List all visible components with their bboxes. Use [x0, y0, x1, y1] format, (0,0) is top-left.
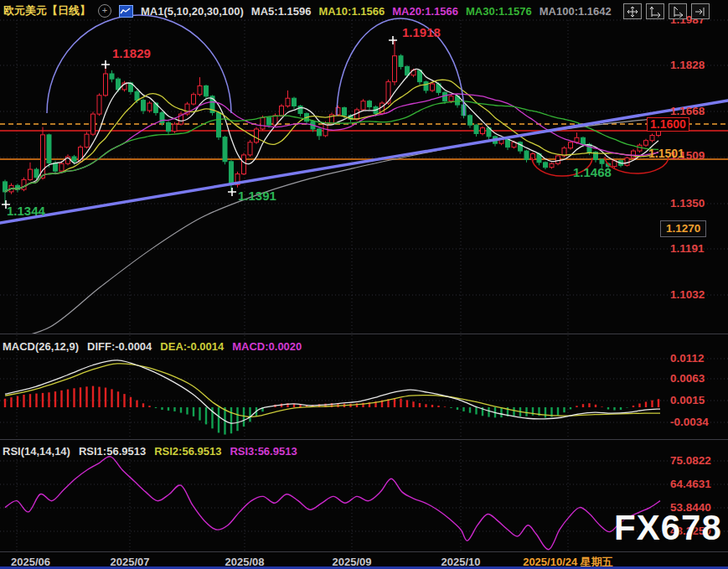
- price-annotation: 1.1344: [7, 204, 45, 217]
- chart-header: 欧元美元【日线】 + MA1(5,10,20,30,100) MA5:1.159…: [3, 3, 612, 19]
- macd-axis-label: 0.0112: [670, 352, 705, 365]
- macd-dea-value: DEA:-0.0014: [160, 340, 224, 353]
- symbol-title: 欧元美元【日线】: [3, 3, 90, 18]
- price-axis-label: 1.1032: [670, 288, 705, 301]
- macd-name: MACD(26,12,9): [3, 340, 79, 353]
- price-annotation: 1.1391: [238, 189, 276, 202]
- macd-axis-label: -0.0034: [670, 416, 709, 428]
- ma100-value: MA100:1.1642: [540, 5, 612, 18]
- price-axis-label: 1.1828: [670, 59, 705, 71]
- move-crosshair-icon[interactable]: [623, 3, 642, 19]
- ma20-value: MA20:1.1566: [392, 5, 458, 18]
- ma-group-label: MA1(5,10,20,30,100): [141, 5, 244, 18]
- fit-left-axis-icon[interactable]: [646, 3, 664, 19]
- support-level-label: 1.1501: [648, 147, 684, 160]
- panel-separator: [0, 551, 728, 552]
- chart-type-icon[interactable]: [119, 5, 133, 18]
- rsi1-value: RSI1:56.9513: [79, 445, 146, 458]
- price-annotation: 1.1918: [402, 26, 441, 39]
- macd-axis-label: 0.0015: [670, 394, 705, 406]
- macd-axis-label: 0.0063: [670, 372, 705, 385]
- add-indicator-button[interactable]: +: [98, 4, 111, 18]
- price-axis-label: 1.1668: [670, 105, 705, 117]
- macd-header: MACD(26,12,9) DIFF:-0.0004 DEA:-0.0014 M…: [3, 340, 302, 353]
- rsi2-value: RSI2:56.9513: [154, 445, 221, 458]
- alert-price-label: 1.1270: [660, 220, 706, 237]
- rsi3-value: RSI3:56.9513: [230, 445, 297, 458]
- rsi-axis-label: 75.0822: [670, 454, 711, 467]
- ma5-value: MA5:1.1596: [251, 5, 312, 18]
- chart-canvas[interactable]: [0, 0, 728, 569]
- rsi-name: RSI(14,14,14): [3, 445, 70, 458]
- price-axis-label: 1.1191: [670, 242, 705, 255]
- rsi-header: RSI(14,14,14) RSI1:56.9513 RSI2:56.9513 …: [3, 445, 297, 458]
- scroll-to-end-icon[interactable]: [691, 3, 710, 19]
- trading-chart-app: 欧元美元【日线】 + MA1(5,10,20,30,100) MA5:1.159…: [0, 0, 728, 569]
- ma30-value: MA30:1.1576: [466, 5, 532, 18]
- price-annotation: 1.1829: [112, 47, 151, 59]
- last-price-tag: 1.1600: [647, 117, 689, 132]
- price-annotation: 1.1468: [573, 166, 612, 178]
- panel-separator: [0, 439, 728, 440]
- macd-hist-value: MACD:0.0020: [232, 340, 302, 353]
- panel-separator: [0, 334, 728, 334]
- fit-right-axis-icon[interactable]: [669, 3, 687, 19]
- macd-diff-value: DIFF:-0.0004: [87, 340, 152, 353]
- fx678-watermark: FX678: [614, 508, 722, 548]
- price-axis-label: 1.1350: [670, 197, 705, 209]
- ma10-value: MA10:1.1566: [318, 5, 385, 18]
- rsi-axis-label: 64.4631: [670, 478, 711, 490]
- chart-toolbar: [623, 3, 710, 19]
